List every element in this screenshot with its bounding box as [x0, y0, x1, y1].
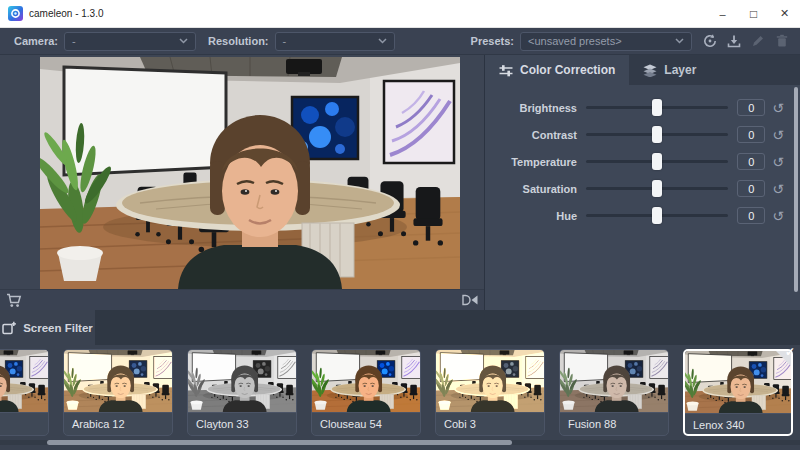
filter-thumbnail: [0, 350, 48, 412]
filter-strip: Arabica 12: [0, 345, 800, 450]
color-correction-panel: Color Correction Layer Brightness0↺Contr…: [485, 55, 800, 310]
camera-label: Camera:: [14, 35, 58, 47]
slider-row: Temperature0↺: [485, 148, 800, 175]
conference-room-scene: [560, 350, 668, 412]
resolution-select[interactable]: -: [275, 32, 395, 51]
slider-label: Hue: [485, 210, 577, 222]
presets-label: Presets:: [471, 35, 514, 47]
chevron-down-icon: [378, 38, 387, 44]
panel-scrollbar[interactable]: [794, 87, 798, 292]
filter-name: Fusion 88: [560, 412, 668, 435]
conference-room-scene: [40, 57, 460, 289]
tab-label: Layer: [664, 63, 696, 77]
slider-list: Brightness0↺Contrast0↺Temperature0↺Satur…: [485, 85, 800, 229]
slider-handle[interactable]: [652, 126, 662, 143]
maximize-button[interactable]: □: [738, 0, 769, 27]
slider-label: Contrast: [485, 129, 577, 141]
selected-check-icon: ✓: [785, 345, 795, 359]
reset-icon[interactable]: ↺: [772, 101, 784, 115]
app-icon: [8, 6, 23, 21]
filter-name: Arabica 12: [64, 412, 172, 435]
conference-room-scene: [64, 350, 172, 412]
slider[interactable]: [586, 153, 728, 170]
filter-card[interactable]: Lenox 340✓: [683, 349, 793, 436]
camera-select-value: -: [72, 35, 76, 47]
tab-label: Color Correction: [520, 63, 615, 77]
slider-handle[interactable]: [652, 180, 662, 197]
reset-icon[interactable]: ↺: [772, 209, 784, 223]
filter-thumbnail: [560, 350, 668, 412]
filter-thumbnail: [436, 350, 544, 412]
slider-row: Brightness0↺: [485, 94, 800, 121]
delete-preset-icon[interactable]: [772, 31, 792, 51]
slider[interactable]: [586, 99, 728, 116]
slider-label: Temperature: [485, 156, 577, 168]
reset-icon[interactable]: ↺: [772, 155, 784, 169]
tab-screen-filter[interactable]: Screen Filter: [0, 310, 95, 345]
tab-label: Screen Filter: [23, 322, 93, 334]
filter-thumbnail: [312, 350, 420, 412]
filter-card-body[interactable]: Cobi 3: [435, 349, 545, 436]
close-button[interactable]: ✕: [769, 0, 800, 27]
tab-color-correction[interactable]: Color Correction: [485, 55, 629, 85]
window-controls: – □ ✕: [707, 0, 800, 27]
cart-icon[interactable]: [4, 290, 24, 310]
preview-area: [0, 55, 484, 289]
minimize-button[interactable]: –: [707, 0, 738, 27]
reset-icon[interactable]: ↺: [772, 182, 784, 196]
filter-card[interactable]: Clayton 33: [187, 349, 297, 436]
filter-card[interactable]: [0, 349, 49, 436]
slider-row: Contrast0↺: [485, 121, 800, 148]
filter-name: Clouseau 54: [312, 412, 420, 435]
save-preset-icon[interactable]: [724, 31, 744, 51]
conference-room-scene: [188, 350, 296, 412]
slider[interactable]: [586, 180, 728, 197]
camera-select[interactable]: -: [64, 32, 196, 51]
slider-handle[interactable]: [652, 153, 662, 170]
slider-row: Saturation0↺: [485, 175, 800, 202]
presets-select-value: <unsaved presets>: [528, 35, 622, 47]
chevron-down-icon: [179, 38, 188, 44]
resolution-label: Resolution:: [208, 35, 269, 47]
slider-row: Hue0↺: [485, 202, 800, 229]
slider[interactable]: [586, 126, 728, 143]
filter-name: Clayton 33: [188, 412, 296, 435]
slider-value-input[interactable]: 0: [737, 126, 765, 143]
filter-card-body[interactable]: Fusion 88: [559, 349, 669, 436]
conference-room-scene: [0, 350, 48, 412]
slider-value-input[interactable]: 0: [737, 207, 765, 224]
restore-preset-icon[interactable]: [700, 31, 720, 51]
window-title: cameleon - 1.3.0: [29, 8, 104, 19]
filter-card-body[interactable]: Lenox 340: [683, 349, 793, 436]
filter-card-body[interactable]: Arabica 12: [63, 349, 173, 436]
filter-name: [0, 412, 48, 435]
filter-scrollbar-thumb[interactable]: [47, 440, 512, 445]
filter-card[interactable]: Cobi 3: [435, 349, 545, 436]
filter-card-body[interactable]: Clayton 33: [187, 349, 297, 436]
slider-value-input[interactable]: 0: [737, 153, 765, 170]
conference-room-scene: [436, 350, 544, 412]
flip-horizontal-icon[interactable]: [460, 290, 480, 310]
resolution-select-value: -: [283, 35, 287, 47]
filter-card[interactable]: Fusion 88: [559, 349, 669, 436]
slider-value-input[interactable]: 0: [737, 180, 765, 197]
filter-thumbnail: [188, 350, 296, 412]
tab-layer[interactable]: Layer: [629, 55, 710, 85]
preview-statusbar: [0, 289, 484, 310]
filter-card[interactable]: Clouseau 54: [311, 349, 421, 436]
layers-icon: [643, 64, 657, 77]
toolbar: Camera: - Resolution: - Presets: <unsave…: [0, 28, 800, 55]
filter-card-body[interactable]: [0, 349, 49, 436]
filter-card-body[interactable]: Clouseau 54: [311, 349, 421, 436]
slider-handle[interactable]: [652, 207, 662, 224]
panel-tabbar: Color Correction Layer: [485, 55, 800, 85]
slider-handle[interactable]: [652, 99, 662, 116]
chevron-down-icon: [675, 38, 684, 44]
slider[interactable]: [586, 207, 728, 224]
slider-value-input[interactable]: 0: [737, 99, 765, 116]
edit-preset-icon[interactable]: [748, 31, 768, 51]
filter-card[interactable]: Arabica 12: [63, 349, 173, 436]
reset-icon[interactable]: ↺: [772, 128, 784, 142]
sliders-icon: [499, 64, 513, 77]
presets-select[interactable]: <unsaved presets>: [520, 32, 692, 51]
